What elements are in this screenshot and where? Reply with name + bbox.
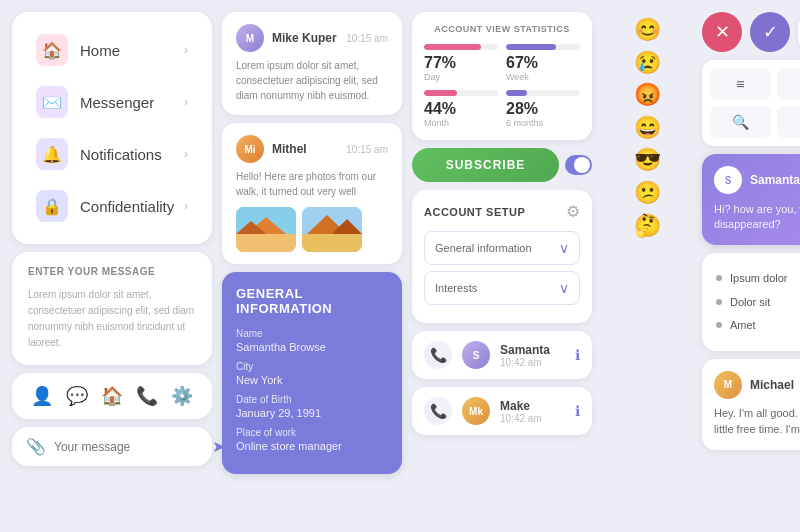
- nav-menu: 🏠 Home › ✉️ Messenger › 🔔 Notifications …: [12, 12, 212, 244]
- messenger-icon: ✉️: [36, 86, 68, 118]
- call-time-samanta: 10:42 am: [500, 357, 565, 368]
- michael-text: Hey. I'm all good. A lot of work. Very l…: [714, 405, 800, 438]
- emoji-7[interactable]: 🤔: [634, 212, 661, 241]
- column-chat: M Mike Kuper 10:15 am Lorem ipsum dolor …: [222, 12, 402, 520]
- samanta-chat-header: S Samanta 10:30am: [714, 166, 800, 194]
- enter-message-card: ENTER YOUR MESSAGE Lorem ipsum dolor sit…: [12, 252, 212, 365]
- samanta-text: Hi? how are you, where have you disappea…: [714, 202, 800, 233]
- avatar-mithel: Mi: [236, 135, 264, 163]
- nav-messenger[interactable]: ✉️ Messenger ›: [28, 76, 196, 128]
- chat-images: [236, 207, 388, 252]
- list-text-3: Amet: [730, 319, 756, 331]
- list-dot-1: [716, 275, 722, 281]
- notifications-arrow: ›: [184, 147, 188, 161]
- stat-month-percent: 44%: [424, 100, 498, 118]
- column-nav: 🏠 Home › ✉️ Messenger › 🔔 Notifications …: [12, 12, 212, 520]
- call-item-make: 📞 Mk Make 10:42 am ℹ: [412, 387, 592, 435]
- list-text-1: Ipsum dolor: [730, 272, 787, 284]
- chat-icon[interactable]: 💬: [66, 385, 88, 407]
- attach-icon[interactable]: 📎: [26, 437, 46, 456]
- subscribe-row: SUBSCRIBE: [412, 148, 592, 182]
- stat-month: 44% Month: [424, 90, 498, 128]
- stat-month-label: Month: [424, 118, 498, 128]
- dropdown-interests[interactable]: Interests ∨: [424, 271, 580, 305]
- list-card: Ipsum dolor ✉ Dolor sit Amet 👥: [702, 253, 800, 351]
- nav-home[interactable]: 🏠 Home ›: [28, 24, 196, 76]
- messenger-arrow: ›: [184, 95, 188, 109]
- profile-icon[interactable]: 👤: [31, 385, 53, 407]
- close-button[interactable]: ✕: [702, 12, 742, 52]
- phone-icon[interactable]: 📞: [136, 385, 158, 407]
- list-dot-2: [716, 299, 722, 305]
- dropdown-general[interactable]: General information ∨: [424, 231, 580, 265]
- toggle-switch[interactable]: [565, 155, 592, 175]
- gi-label-work: Place of work: [236, 427, 388, 438]
- stats-grid: 77% Day 67% Week 44% Month 28% 6 months: [424, 44, 580, 128]
- call-name-make: Make: [500, 399, 565, 413]
- settings-icon[interactable]: ⚙️: [171, 385, 193, 407]
- michael-name: Michael: [750, 378, 794, 392]
- gi-value-city: New York: [236, 374, 388, 386]
- call-info-icon-1[interactable]: ℹ: [575, 347, 580, 363]
- michael-avatar: M: [714, 371, 742, 399]
- nav-notifications-label: Notifications: [80, 146, 184, 163]
- stat-6months-percent: 28%: [506, 100, 580, 118]
- general-info-card: GENERALINFORMATION Name Samantha Browse …: [222, 272, 402, 474]
- account-setup-title: ACCOUNT SETUP: [424, 206, 525, 218]
- stat-6months: 28% 6 months: [506, 90, 580, 128]
- enter-message-text: Lorem ipsum dolor sit amet, consectetuer…: [28, 287, 196, 351]
- call-avatar-samanta: S: [462, 341, 490, 369]
- emoji-3[interactable]: 😡: [634, 81, 661, 110]
- confirm-button[interactable]: ✓: [750, 12, 790, 52]
- gi-field-city: City New York: [236, 361, 388, 386]
- home-bottom-icon[interactable]: 🏠: [101, 385, 123, 407]
- search-icon[interactable]: 🔍: [710, 106, 771, 138]
- gi-label-name: Name: [236, 328, 388, 339]
- stat-day: 77% Day: [424, 44, 498, 82]
- emoji-5[interactable]: 😎: [634, 146, 661, 175]
- nav-notifications[interactable]: 🔔 Notifications ›: [28, 128, 196, 180]
- icon-grid: ≡ ▼ ▲ 🔍 ‹ ›: [702, 60, 800, 146]
- gi-label-dob: Date of Birth: [236, 394, 388, 405]
- list-text-2: Dolor sit: [730, 296, 770, 308]
- stat-day-label: Day: [424, 72, 498, 82]
- avatar-mike: M: [236, 24, 264, 52]
- gi-label-city: City: [236, 361, 388, 372]
- gi-value-name: Samantha Browse: [236, 341, 388, 353]
- emoji-4[interactable]: 😄: [634, 114, 661, 143]
- gi-value-work: Online store manager: [236, 440, 388, 452]
- chat-img-2: [302, 207, 362, 252]
- menu-icon[interactable]: ≡: [710, 68, 771, 100]
- column-right: ✕ ✓ CANCEL ≡ ▼ ▲ 🔍 ‹ › S Samanta 10:30am…: [702, 12, 800, 520]
- chat-text-2: Hello! Here are photos from our walk, it…: [236, 169, 388, 199]
- call-info-make: Make 10:42 am: [500, 399, 565, 424]
- controls-row: ✕ ✓ CANCEL: [702, 12, 800, 52]
- settings-gear-icon[interactable]: ⚙: [566, 202, 580, 221]
- home-arrow: ›: [184, 43, 188, 57]
- chat-header-1: M Mike Kuper 10:15 am: [236, 24, 388, 52]
- chat-bubble-1: M Mike Kuper 10:15 am Lorem ipsum dolor …: [222, 12, 402, 115]
- dropdown-general-arrow: ∨: [559, 240, 569, 256]
- nav-home-label: Home: [80, 42, 184, 59]
- call-info-icon-2[interactable]: ℹ: [575, 403, 580, 419]
- chat-bubble-2: Mi Mithel 10:15 am Hello! Here are photo…: [222, 123, 402, 264]
- dropdown-interests-arrow: ∨: [559, 280, 569, 296]
- enter-message-title: ENTER YOUR MESSAGE: [28, 266, 196, 277]
- svg-rect-5: [302, 234, 362, 252]
- confidentiality-arrow: ›: [184, 199, 188, 213]
- nav-confidentiality[interactable]: 🔒 Confidentiality ›: [28, 180, 196, 232]
- stat-6months-label: 6 months: [506, 118, 580, 128]
- gi-value-dob: January 29, 1991: [236, 407, 388, 419]
- svg-rect-1: [236, 234, 296, 252]
- emoji-6[interactable]: 😕: [634, 179, 661, 208]
- dropdown-down-icon[interactable]: ▼: [777, 68, 800, 100]
- message-input[interactable]: [54, 440, 204, 454]
- chevron-left-icon[interactable]: ‹: [777, 106, 800, 138]
- nav-confidentiality-label: Confidentiality: [80, 198, 184, 215]
- notifications-icon: 🔔: [36, 138, 68, 170]
- stat-week-label: Week: [506, 72, 580, 82]
- subscribe-button[interactable]: SUBSCRIBE: [412, 148, 559, 182]
- emoji-1[interactable]: 😊: [634, 16, 661, 45]
- gi-field-name: Name Samantha Browse: [236, 328, 388, 353]
- emoji-2[interactable]: 😢: [634, 49, 661, 78]
